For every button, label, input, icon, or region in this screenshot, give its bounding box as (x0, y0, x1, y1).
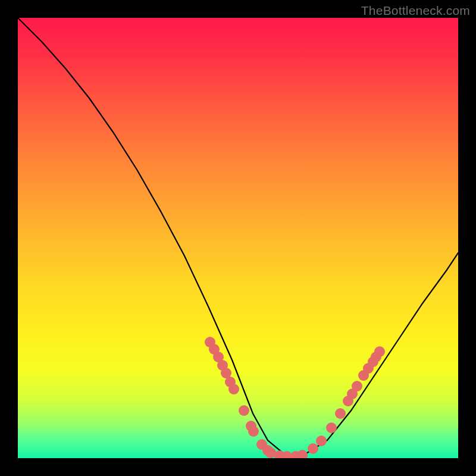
highlight-dot (239, 405, 249, 416)
highlight-dot (308, 443, 318, 454)
highlight-dot (326, 422, 337, 433)
watermark-text: TheBottleneck.com (361, 4, 470, 18)
highlight-dot (316, 436, 327, 446)
chart-svg (18, 18, 458, 458)
highlight-dot (248, 426, 259, 437)
highlight-dot (297, 450, 308, 458)
highlight-dot (352, 381, 362, 392)
highlight-dot (335, 408, 346, 419)
highlight-dots (205, 337, 385, 458)
highlight-dot (228, 384, 239, 394)
highlight-dot (374, 346, 385, 357)
plot-area (18, 18, 458, 458)
